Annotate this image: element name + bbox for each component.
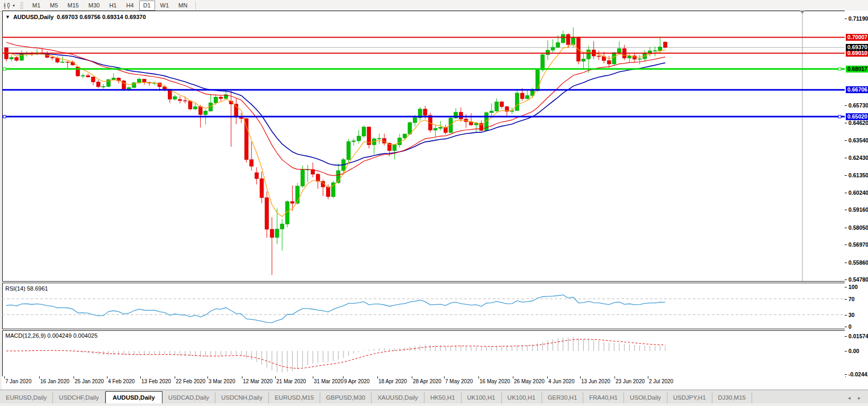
date-tick-mark bbox=[275, 376, 276, 378]
candle bbox=[597, 56, 601, 57]
chart-tab-usoil-daily[interactable]: USOil,Daily bbox=[624, 392, 667, 404]
tab-scroll-left-icon[interactable]: ◂ bbox=[848, 395, 851, 401]
candle bbox=[566, 34, 570, 44]
price-tick-label: 0.015741 bbox=[848, 333, 868, 339]
price-tick-label: 0.00 bbox=[848, 348, 859, 354]
candle bbox=[326, 187, 330, 196]
candle bbox=[423, 109, 427, 115]
candle bbox=[81, 76, 85, 76]
date-tick-mark bbox=[207, 376, 208, 378]
date-label: 16 May 2020 bbox=[480, 378, 510, 384]
timeframe-button-m30[interactable]: M30 bbox=[84, 1, 104, 11]
price-tick-mark bbox=[845, 374, 847, 375]
price-tick-mark bbox=[845, 175, 847, 176]
chart-tab-usdjpy-h1[interactable]: USDJPY,H1 bbox=[667, 392, 712, 404]
chart-tab-fra40-h1[interactable]: FRA40,H1 bbox=[583, 392, 624, 404]
price-tick-label: 0.55860 bbox=[848, 259, 868, 266]
candle bbox=[265, 197, 269, 229]
timeframe-button-h4[interactable]: H4 bbox=[122, 1, 138, 11]
candle bbox=[541, 55, 545, 70]
candle bbox=[204, 111, 207, 115]
time-axis[interactable]: 7 Jan 202016 Jan 202025 Jan 20204 Feb 20… bbox=[2, 376, 845, 387]
date-label: 22 Feb 2020 bbox=[176, 378, 205, 384]
line-handle[interactable] bbox=[3, 115, 6, 118]
price-tick-label: 0.71190 bbox=[848, 15, 868, 22]
date-label: 31 Mar 2020 bbox=[314, 378, 343, 384]
candle bbox=[291, 202, 294, 203]
chart-mode-dropdown[interactable]: ▾ bbox=[3, 2, 15, 10]
date-tick-mark bbox=[478, 376, 479, 378]
timeframe-button-group: M1M5M15M30H1H4D1W1MN bbox=[28, 1, 192, 11]
date-tick-mark bbox=[412, 376, 412, 378]
price-tick-label: 0.59160 bbox=[848, 206, 868, 213]
candle bbox=[112, 78, 115, 79]
candle bbox=[582, 59, 585, 61]
candle bbox=[270, 229, 274, 238]
candle bbox=[474, 123, 478, 125]
price-tick-label: 70 bbox=[848, 296, 855, 302]
chart-tab-gbpusd-m30[interactable]: GBPUSD,M30 bbox=[320, 392, 372, 404]
candle bbox=[357, 136, 360, 141]
candle bbox=[194, 106, 197, 109]
chart-tab-usdcnh-daily[interactable]: USDCNH,Daily bbox=[215, 392, 269, 404]
candle bbox=[459, 112, 463, 119]
line-handle[interactable] bbox=[3, 68, 6, 70]
line-handle[interactable] bbox=[838, 68, 841, 70]
price-tick-label: 30 bbox=[848, 312, 855, 318]
candle bbox=[551, 47, 555, 50]
price-tick-mark bbox=[845, 19, 847, 19]
candle bbox=[86, 76, 90, 77]
date-tick-mark bbox=[580, 376, 581, 378]
candle bbox=[260, 179, 264, 198]
candle bbox=[96, 82, 100, 87]
timeframe-button-m15[interactable]: M15 bbox=[64, 1, 83, 11]
price-tick-label: 0.60240 bbox=[848, 190, 868, 196]
chart-tab-eurusd-m15[interactable]: EURUSD,M15 bbox=[269, 392, 320, 404]
date-tick-mark bbox=[140, 376, 141, 378]
price-axis[interactable]: 0.711900.657300.646200.635400.624300.613… bbox=[845, 11, 868, 376]
candle bbox=[561, 34, 565, 43]
price-pane[interactable] bbox=[2, 11, 845, 281]
price-tick-mark bbox=[845, 140, 847, 141]
chart-tab-eurusd-daily[interactable]: EURUSD,Daily bbox=[0, 392, 53, 404]
chart-symbol-period: AUDUSD,Daily bbox=[13, 14, 53, 20]
timeframe-button-mn[interactable]: MN bbox=[174, 1, 192, 11]
date-label: 18 Apr 2020 bbox=[378, 378, 407, 384]
price-tick-label: 0.63540 bbox=[848, 137, 868, 143]
timeframe-button-w1[interactable]: W1 bbox=[156, 1, 174, 11]
chart-tab-uk100-h1[interactable]: UK100,H1 bbox=[462, 392, 502, 404]
tab-scroll-right-icon[interactable]: ▸ bbox=[858, 395, 861, 401]
candle bbox=[61, 62, 65, 62]
chart-tab-audusd-daily[interactable]: AUDUSD,Daily bbox=[105, 391, 162, 404]
candle bbox=[239, 118, 243, 119]
chart-tab-hk50-h1[interactable]: HK50,H1 bbox=[424, 392, 462, 404]
title-caret-icon[interactable]: ▼ bbox=[5, 14, 10, 20]
candle bbox=[520, 93, 524, 99]
price-tag-0.70007: 0.70007 bbox=[846, 34, 868, 41]
macd-pane[interactable] bbox=[2, 331, 845, 376]
rsi-pane[interactable] bbox=[2, 283, 845, 329]
candle bbox=[173, 97, 177, 100]
chart-tab-usdcad-daily[interactable]: USDCAD,Daily bbox=[162, 392, 215, 404]
date-label: 13 Jun 2020 bbox=[581, 378, 610, 384]
candle bbox=[15, 58, 19, 60]
candle bbox=[638, 59, 641, 59]
chart-tab-xauusd-daily[interactable]: XAUUSD,Daily bbox=[372, 392, 424, 404]
candle bbox=[362, 127, 366, 136]
line-handle[interactable] bbox=[838, 115, 841, 118]
chart-tab-ger30-h1[interactable]: GER30,H1 bbox=[542, 392, 584, 404]
candle bbox=[393, 145, 396, 151]
date-tick-mark bbox=[242, 376, 242, 378]
chart-tab-uk100-h1[interactable]: UK100,H1 bbox=[502, 392, 542, 404]
date-label: 4 Jun 2020 bbox=[548, 378, 575, 384]
timeframe-button-m5[interactable]: M5 bbox=[46, 1, 62, 11]
timeframe-button-h1[interactable]: H1 bbox=[105, 1, 121, 11]
timeframe-button-d1[interactable]: D1 bbox=[139, 1, 155, 11]
candle bbox=[183, 101, 187, 101]
date-tick-mark bbox=[547, 376, 548, 378]
chart-tab-usdchf-daily[interactable]: USDCHF,Daily bbox=[53, 392, 105, 404]
toolbar-grip bbox=[20, 2, 23, 10]
date-label: 21 Mar 2020 bbox=[276, 378, 306, 384]
chart-tab-dj30-m15[interactable]: DJ30,M15 bbox=[712, 392, 752, 404]
timeframe-button-m1[interactable]: M1 bbox=[28, 1, 44, 11]
